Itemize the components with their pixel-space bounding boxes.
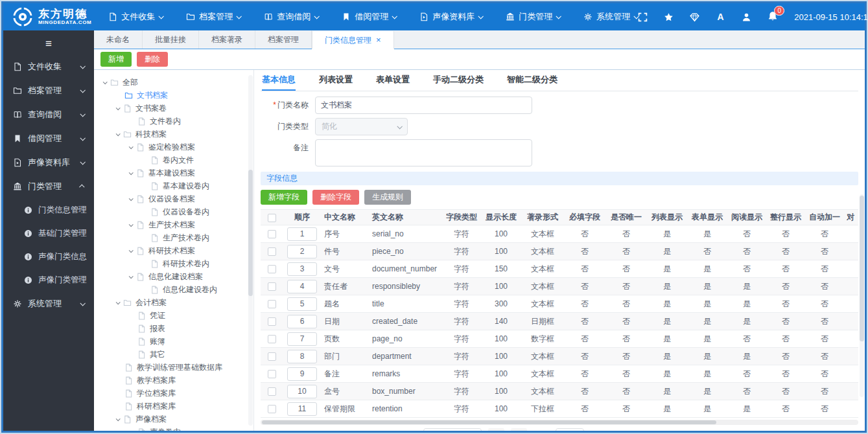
workspace-tab-1[interactable]: 批量挂接	[143, 30, 199, 49]
sidebar-item-query-borrow[interactable]: 查询借阅	[3, 102, 94, 126]
first-page-link[interactable]: 首页	[605, 431, 620, 431]
goto-page-input[interactable]	[556, 428, 584, 431]
sidebar-subitem-category-info-management[interactable]: 门类信息管理	[3, 198, 94, 222]
tree-node[interactable]: 生产技术档案	[94, 218, 253, 231]
detail-tab-2[interactable]: 表单设置	[376, 70, 410, 91]
detail-tab-1[interactable]: 列表设置	[319, 70, 353, 91]
tree-node[interactable]: 文件卷内	[94, 115, 253, 128]
order-input[interactable]	[287, 385, 317, 398]
topnav-system-management[interactable]: 系统管理	[583, 11, 638, 23]
prev-page-button[interactable]	[488, 428, 504, 431]
tree-node[interactable]: 科研技术卷内	[94, 257, 253, 270]
delete-field-button[interactable]: 删除字段	[312, 190, 359, 205]
sidebar-item-category-management[interactable]: 门类管理	[3, 174, 94, 198]
tree-node[interactable]: 教学档案库	[94, 374, 253, 387]
topnav-category-management[interactable]: 门类管理	[506, 11, 560, 23]
order-input[interactable]	[287, 350, 317, 363]
add-button[interactable]: 新增	[100, 52, 132, 67]
order-input[interactable]	[287, 262, 317, 276]
font-size-icon[interactable]: A	[716, 12, 725, 22]
tree-node[interactable]: 文书档案	[94, 89, 253, 102]
tree-node[interactable]: 科研技术档案	[94, 244, 253, 257]
topnav-file-collection[interactable]: 文件收集	[108, 11, 163, 23]
tree-node[interactable]: 仪器设备档案	[94, 192, 253, 205]
tree-node[interactable]: 声像档案	[94, 413, 253, 426]
row-checkbox[interactable]	[268, 282, 276, 291]
tree-node[interactable]: 其它	[94, 348, 253, 361]
bell-icon[interactable]: 0	[768, 11, 778, 23]
workspace-tab-0[interactable]: 未命名	[94, 30, 143, 49]
tree-node[interactable]: 会计档案	[94, 296, 253, 309]
row-checkbox[interactable]	[268, 335, 276, 343]
row-checkbox[interactable]	[268, 405, 276, 413]
detail-tab-0[interactable]: 基本信息	[262, 70, 296, 91]
category-type-select[interactable]: 简化	[315, 118, 408, 135]
detail-tab-3[interactable]: 手动二级分类	[433, 70, 484, 91]
tree-node[interactable]: 文书案卷	[94, 102, 253, 115]
tree-node[interactable]: 鉴定检验档案	[94, 141, 253, 154]
workspace-tab-4[interactable]: 门类信息管理×	[312, 31, 394, 49]
tree-node[interactable]: 生产技术卷内	[94, 231, 253, 244]
order-input[interactable]	[287, 245, 317, 258]
tree-scrollbar-thumb[interactable]	[248, 170, 253, 296]
close-icon[interactable]: ×	[376, 36, 381, 44]
sidebar-item-borrow-management[interactable]: 借阅管理	[3, 126, 94, 150]
user-icon[interactable]	[742, 12, 751, 22]
tree-node[interactable]: 科研档案库	[94, 400, 253, 413]
tree-node[interactable]: 声像卷内	[94, 426, 253, 431]
topnav-archive-management[interactable]: 档案管理	[186, 11, 240, 23]
tree-node[interactable]: 账簿	[94, 335, 253, 348]
tree-node[interactable]: 信息化建设档案	[94, 270, 253, 283]
topnav-query-borrow[interactable]: 查询借阅	[264, 11, 318, 23]
topnav-borrow-management[interactable]: 借阅管理	[342, 11, 396, 23]
table-horizontal-scrollbar[interactable]	[261, 420, 858, 425]
sidebar-item-system-management[interactable]: 系统管理	[3, 291, 94, 315]
order-input[interactable]	[287, 227, 317, 241]
category-name-input[interactable]	[315, 97, 532, 114]
tree-node[interactable]: 学位档案库	[94, 387, 253, 400]
workspace-tab-2[interactable]: 档案著录	[199, 30, 255, 49]
table-vertical-scrollbar[interactable]	[860, 194, 864, 397]
sidebar-subitem-basic-category-management[interactable]: 基础门类管理	[3, 222, 94, 245]
note-textarea[interactable]	[315, 139, 532, 166]
tree-node[interactable]: 仪器设备卷内	[94, 205, 253, 218]
v-scrollbar-thumb[interactable]	[860, 196, 864, 341]
order-input[interactable]	[287, 332, 317, 346]
favorite-icon[interactable]	[664, 12, 674, 22]
row-checkbox[interactable]	[268, 387, 276, 396]
tree-node[interactable]: 信息化建设卷内	[94, 283, 253, 296]
order-input[interactable]	[287, 402, 317, 416]
order-input[interactable]	[287, 297, 317, 311]
add-field-button[interactable]: 新增字段	[261, 190, 307, 205]
fullscreen-icon[interactable]	[638, 12, 648, 22]
row-checkbox[interactable]	[268, 265, 276, 273]
tree-node[interactable]: 全部	[94, 76, 253, 89]
row-checkbox[interactable]	[268, 370, 276, 378]
row-checkbox[interactable]	[268, 300, 276, 308]
last-page-link[interactable]: 尾页	[627, 431, 642, 431]
tree-node[interactable]: 凭证	[94, 309, 253, 322]
topnav-av-library[interactable]: 声像资料库	[419, 11, 482, 23]
sidebar-item-av-library[interactable]: 声像资料库	[3, 150, 94, 174]
sidebar-item-file-collection[interactable]: 文件收集	[3, 54, 94, 78]
row-checkbox[interactable]	[268, 317, 276, 326]
tree-node[interactable]: 卷内文件	[94, 154, 253, 166]
workspace-tab-3[interactable]: 档案管理	[255, 30, 312, 49]
generate-rule-button[interactable]: 生成规则	[364, 190, 411, 205]
delete-button[interactable]: 删除	[137, 52, 168, 67]
sidebar-subitem-av-category-info[interactable]: 声像门类信息	[3, 245, 94, 268]
detail-tab-4[interactable]: 智能二级分类	[507, 70, 557, 91]
sidebar-item-archive-management[interactable]: 档案管理	[3, 78, 94, 102]
tree-node[interactable]: 科技档案	[94, 128, 253, 141]
gem-icon[interactable]	[690, 12, 699, 22]
tree-scrollbar[interactable]	[248, 75, 253, 426]
order-input[interactable]	[287, 280, 317, 293]
select-all-checkbox[interactable]	[268, 214, 276, 222]
brand-logo[interactable]: 东方明德 MINGDEDATA.COM	[12, 6, 91, 27]
sidebar-subitem-av-category-management[interactable]: 声像门类管理	[3, 268, 94, 291]
tree-node[interactable]: 基本建设卷内	[94, 179, 253, 192]
h-scrollbar-thumb[interactable]	[262, 420, 716, 424]
row-checkbox[interactable]	[268, 247, 276, 256]
tree-node[interactable]: 教学训练管理基础数据库	[94, 361, 253, 374]
row-checkbox[interactable]	[268, 230, 276, 238]
